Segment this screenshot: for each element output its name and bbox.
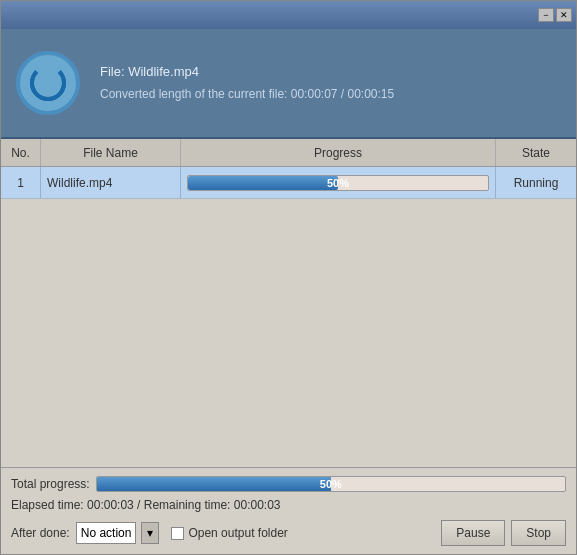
open-output-checkbox[interactable] — [171, 527, 184, 540]
col-header-state: State — [496, 139, 576, 166]
header-panel: File: Wildlife.mp4 Converted length of t… — [1, 29, 576, 139]
convert-info-label: Converted length of the current file: 00… — [100, 83, 394, 105]
after-done-row: After done: No action ▾ Open output fold… — [11, 520, 566, 546]
header-info: File: Wildlife.mp4 Converted length of t… — [100, 61, 394, 105]
table-area: No. File Name Progress State 1 Wildlife.… — [1, 139, 576, 467]
spinner-arrow-2 — [30, 65, 66, 101]
progress-bar-text: 50% — [188, 176, 488, 190]
dropdown-arrow-icon[interactable]: ▾ — [141, 522, 159, 544]
title-bar-buttons: − ✕ — [538, 8, 572, 22]
table-body: 1 Wildlife.mp4 50% Running — [1, 167, 576, 467]
total-progress-label: Total progress: — [11, 477, 90, 491]
cell-filename: Wildlife.mp4 — [41, 167, 181, 198]
total-progress-bar: 50% — [96, 476, 566, 492]
close-button[interactable]: ✕ — [556, 8, 572, 22]
cell-state: Running — [496, 167, 576, 198]
elapsed-row: Elapsed time: 00:00:03 / Remaining time:… — [11, 498, 566, 512]
open-output-label: Open output folder — [188, 526, 287, 540]
cell-progress: 50% — [181, 167, 496, 198]
minimize-button[interactable]: − — [538, 8, 554, 22]
progress-bar-container: 50% — [187, 175, 489, 191]
main-window: − ✕ File: Wildlife.mp4 Converted length … — [0, 0, 577, 555]
after-done-label: After done: — [11, 526, 70, 540]
file-name-label: File: Wildlife.mp4 — [100, 61, 394, 83]
pause-button[interactable]: Pause — [441, 520, 505, 546]
spinner-icon — [16, 51, 80, 115]
col-header-progress: Progress — [181, 139, 496, 166]
open-output-checkbox-area: Open output folder — [171, 526, 287, 540]
stop-button[interactable]: Stop — [511, 520, 566, 546]
cell-no: 1 — [1, 167, 41, 198]
col-header-no: No. — [1, 139, 41, 166]
after-done-select[interactable]: No action — [76, 522, 137, 544]
col-header-filename: File Name — [41, 139, 181, 166]
bottom-panel: Total progress: 50% Elapsed time: 00:00:… — [1, 467, 576, 554]
table-header: No. File Name Progress State — [1, 139, 576, 167]
table-row[interactable]: 1 Wildlife.mp4 50% Running — [1, 167, 576, 199]
title-bar: − ✕ — [1, 1, 576, 29]
total-progress-row: Total progress: 50% — [11, 476, 566, 492]
total-progress-bar-text: 50% — [97, 477, 565, 491]
